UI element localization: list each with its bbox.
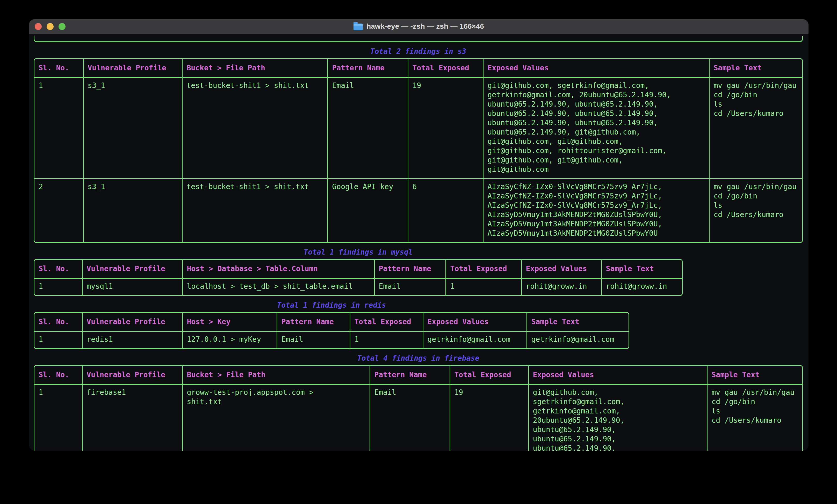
folder-icon — [354, 23, 363, 30]
column-header: Exposed Values — [528, 366, 707, 385]
column-header: Pattern Name — [277, 313, 350, 332]
column-header: Sample Text — [707, 366, 803, 385]
cell-path: test-bucket-shit1 > shit.txt — [182, 179, 327, 242]
column-header: Sample Text — [527, 313, 629, 332]
section-title-firebase: Total 4 findings in firebase — [34, 354, 803, 363]
table-row: 1 firebase1 groww-test-proj.appspot.com … — [34, 385, 803, 451]
section-title-redis: Total 1 findings in redis — [34, 301, 629, 310]
cell-total: 1 — [446, 278, 521, 296]
cell-exposed-values: git@github.com, sgetrkinfo@gmail.com, ge… — [528, 385, 707, 451]
cell-sl-no: 1 — [34, 332, 82, 349]
table-header-row: Sl. No. Vulnerable Profile Bucket > File… — [34, 59, 803, 78]
findings-section-redis: Total 1 findings in redis Sl. No. Vulner… — [34, 301, 808, 349]
cell-profile: mysql1 — [82, 278, 182, 296]
cell-sample-text: mv gau /usr/bin/gau cd /go/bin ls cd /Us… — [707, 385, 803, 451]
column-header: Exposed Values — [521, 260, 601, 278]
table-row: 1 mysql1 localhost > test_db > shit_tabl… — [34, 278, 683, 296]
table-row: 1 redis1 127.0.0.1 > myKey Email 1 getrk… — [34, 332, 629, 349]
column-header: Total Exposed — [450, 366, 528, 385]
previous-table-bottom-edge — [34, 36, 803, 42]
column-header: Sample Text — [709, 59, 803, 78]
cell-sl-no: 1 — [34, 78, 83, 179]
column-header: Bucket > File Path — [182, 59, 327, 78]
findings-table-s3: Sl. No. Vulnerable Profile Bucket > File… — [34, 58, 803, 243]
column-header: Bucket > File Path — [182, 366, 370, 385]
window-title-area: hawk-eye — -zsh — zsh — 166×46 — [29, 19, 808, 34]
table-header-row: Sl. No. Vulnerable Profile Bucket > File… — [34, 366, 803, 385]
table-header-row: Sl. No. Vulnerable Profile Host > Key Pa… — [34, 313, 629, 332]
column-header: Total Exposed — [446, 260, 521, 278]
table-row: 2 s3_1 test-bucket-shit1 > shit.txt Goog… — [34, 179, 803, 242]
close-button[interactable] — [35, 23, 42, 30]
column-header: Sl. No. — [34, 59, 83, 78]
cell-profile: firebase1 — [82, 385, 182, 451]
cell-sample-text: rohit@groww.in — [601, 278, 683, 296]
window-controls — [35, 23, 66, 30]
column-header: Host > Key — [182, 313, 277, 332]
cell-pattern: Email — [327, 78, 408, 179]
findings-section-mysql: Total 1 findings in mysql Sl. No. Vulner… — [34, 248, 808, 296]
column-header: Exposed Values — [423, 313, 527, 332]
cell-sample-text: mv gau /usr/bin/gau cd /go/bin ls cd /Us… — [709, 78, 803, 179]
cell-sl-no: 2 — [34, 179, 83, 242]
findings-table-mysql: Sl. No. Vulnerable Profile Host > Databa… — [34, 259, 683, 296]
findings-section-s3: Total 2 findings in s3 Sl. No. Vulnerabl… — [34, 47, 808, 243]
cell-total: 19 — [408, 78, 483, 179]
column-header: Sl. No. — [34, 313, 82, 332]
window-title: hawk-eye — -zsh — zsh — 166×46 — [367, 22, 484, 31]
cell-total: 1 — [350, 332, 423, 349]
section-title-s3: Total 2 findings in s3 — [34, 47, 803, 56]
cell-pattern: Email — [374, 278, 446, 296]
findings-section-firebase: Total 4 findings in firebase Sl. No. Vul… — [34, 354, 808, 451]
cell-profile: redis1 — [82, 332, 182, 349]
column-header: Vulnerable Profile — [83, 59, 182, 78]
terminal-window: hawk-eye — -zsh — zsh — 166×46 Total 2 f… — [29, 19, 808, 451]
cell-total: 6 — [408, 179, 483, 242]
cell-sl-no: 1 — [34, 385, 82, 451]
cell-pattern: Email — [370, 385, 450, 451]
column-header: Pattern Name — [327, 59, 408, 78]
cell-profile: s3_1 — [83, 78, 182, 179]
cell-exposed-values: git@github.com, sgetrkinfo@gmail.com, ge… — [483, 78, 709, 179]
cell-path: localhost > test_db > shit_table.email — [182, 278, 374, 296]
cell-exposed-values: rohit@groww.in — [521, 278, 601, 296]
cell-sample-text: mv gau /usr/bin/gau cd /go/bin ls cd /Us… — [709, 179, 803, 242]
cell-sl-no: 1 — [34, 278, 82, 296]
column-header: Total Exposed — [408, 59, 483, 78]
section-title-mysql: Total 1 findings in mysql — [34, 248, 683, 257]
cell-path: groww-test-proj.appspot.com > shit.txt — [182, 385, 370, 451]
zoom-button[interactable] — [58, 23, 66, 30]
column-header: Pattern Name — [374, 260, 446, 278]
cell-total: 19 — [450, 385, 528, 451]
cell-path: 127.0.0.1 > myKey — [182, 332, 277, 349]
column-header: Vulnerable Profile — [82, 366, 182, 385]
minimize-button[interactable] — [47, 23, 54, 30]
column-header: Sample Text — [601, 260, 683, 278]
column-header: Sl. No. — [34, 366, 82, 385]
findings-table-redis: Sl. No. Vulnerable Profile Host > Key Pa… — [34, 312, 629, 349]
column-header: Sl. No. — [34, 260, 82, 278]
cell-sample-text: getrkinfo@gmail.com — [527, 332, 629, 349]
table-header-row: Sl. No. Vulnerable Profile Host > Databa… — [34, 260, 683, 278]
cell-pattern: Google API key — [327, 179, 408, 242]
column-header: Host > Database > Table.Column — [182, 260, 374, 278]
column-header: Exposed Values — [483, 59, 709, 78]
terminal-content: Total 2 findings in s3 Sl. No. Vulnerabl… — [29, 34, 808, 451]
cell-profile: s3_1 — [83, 179, 182, 242]
cell-path: test-bucket-shit1 > shit.txt — [182, 78, 327, 179]
column-header: Vulnerable Profile — [82, 260, 182, 278]
window-titlebar: hawk-eye — -zsh — zsh — 166×46 — [29, 19, 808, 34]
cell-exposed-values: AIzaSyCfNZ-IZx0-SlVcVg8MCr575zv9_Ar7jLc,… — [483, 179, 709, 242]
cell-exposed-values: getrkinfo@gmail.com — [423, 332, 527, 349]
column-header: Total Exposed — [350, 313, 423, 332]
column-header: Vulnerable Profile — [82, 313, 182, 332]
findings-table-firebase: Sl. No. Vulnerable Profile Bucket > File… — [34, 365, 803, 451]
cell-pattern: Email — [277, 332, 350, 349]
column-header: Pattern Name — [370, 366, 450, 385]
table-row: 1 s3_1 test-bucket-shit1 > shit.txt Emai… — [34, 78, 803, 179]
